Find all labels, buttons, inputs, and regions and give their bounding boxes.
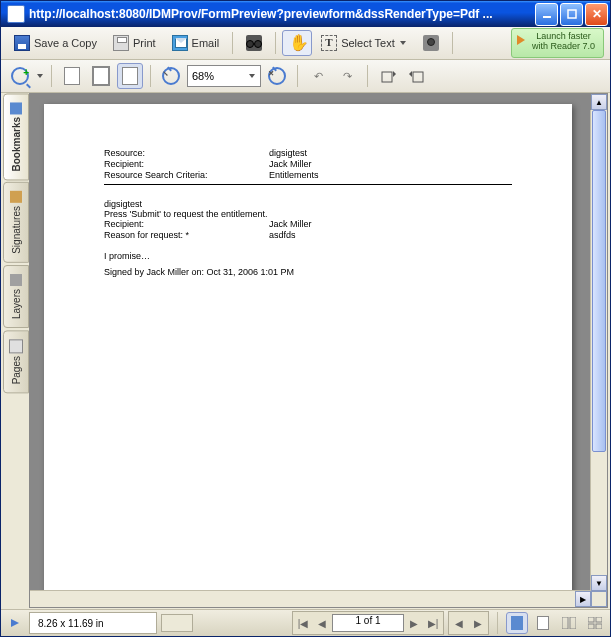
scroll-corner [591, 591, 607, 607]
first-page-button[interactable]: |◀ [294, 614, 312, 632]
pages-icon [9, 339, 23, 353]
page-input[interactable]: 1 of 1 [332, 614, 404, 632]
pdf-page: Resource:digsigtest Recipient:Jack Mille… [44, 104, 572, 608]
doc-title: digsigtest [104, 199, 512, 209]
history-navigator: ◀ ▶ [448, 611, 489, 635]
layers-icon [10, 274, 22, 286]
svg-rect-9 [596, 624, 602, 629]
scroll-right-button[interactable]: ▶ [575, 591, 591, 607]
document-viewport[interactable]: Resource:digsigtest Recipient:Jack Mille… [29, 93, 608, 608]
launch-line1: Launch faster [532, 31, 595, 41]
search-button[interactable] [239, 30, 269, 56]
zoom-toolbar: + 68% ↶ ↷ [1, 60, 610, 93]
select-text-icon [321, 35, 337, 51]
status-scroll-left[interactable] [161, 614, 193, 632]
single-page-view-button[interactable] [506, 612, 528, 634]
reason-value: asdfds [269, 230, 512, 240]
print-button[interactable]: Print [106, 30, 163, 56]
svg-rect-0 [543, 16, 551, 18]
floppy-icon [14, 35, 30, 51]
prev-page-button[interactable]: ◀ [313, 614, 331, 632]
chevron-down-icon [248, 74, 256, 78]
svg-rect-3 [413, 72, 423, 82]
last-page-button[interactable]: ▶| [424, 614, 442, 632]
snapshot-button[interactable] [416, 30, 446, 56]
rotate-ccw-icon [408, 67, 426, 85]
hand-tool-button[interactable]: ✋ [282, 30, 312, 56]
signature-icon [10, 191, 22, 203]
recipient-label: Recipient: [104, 159, 269, 169]
tab-signatures[interactable]: Signatures [3, 182, 29, 263]
maximize-button[interactable] [560, 3, 583, 26]
recipient2-label: Recipient: [104, 219, 269, 229]
select-text-button[interactable]: Select Text [314, 30, 414, 56]
app-icon [7, 5, 25, 23]
tab-bookmarks[interactable]: Bookmarks [3, 93, 29, 180]
save-label: Save a Copy [34, 37, 97, 49]
minimize-button[interactable] [535, 3, 558, 26]
zoom-out-icon [162, 67, 180, 85]
zoom-out-button[interactable] [158, 63, 184, 89]
scroll-thumb[interactable] [592, 110, 606, 452]
next-page-button[interactable]: ▶ [405, 614, 423, 632]
redo-icon: ↷ [343, 70, 352, 83]
mail-icon [172, 35, 188, 51]
divider [104, 184, 512, 185]
camera-icon [423, 35, 439, 51]
svg-rect-7 [596, 617, 602, 622]
svg-rect-6 [588, 617, 594, 622]
undo-icon: ↶ [314, 70, 323, 83]
status-bar: 8.26 x 11.69 in |◀ ◀ 1 of 1 ▶ ▶| ◀ ▶ [1, 609, 610, 636]
scroll-down-button[interactable]: ▼ [591, 575, 607, 591]
close-button[interactable]: ✕ [585, 3, 608, 26]
launch-line2: with Reader 7.0 [532, 41, 595, 51]
facing-icon [562, 617, 576, 629]
zoom-tool-button[interactable]: + [7, 63, 33, 89]
tab-bookmarks-label: Bookmarks [11, 117, 22, 171]
forward-button[interactable]: ▶ [469, 614, 487, 632]
chevron-down-icon[interactable] [36, 74, 44, 78]
doc-instruction: Press 'Submit' to request the entitlemen… [104, 209, 512, 219]
resource-label: Resource: [104, 148, 269, 158]
cont-facing-icon [588, 617, 602, 629]
reason-label: Reason for request: * [104, 230, 269, 240]
zoom-in-icon [268, 67, 286, 85]
hand-icon: ✋ [289, 35, 305, 51]
svg-rect-4 [562, 617, 568, 629]
zoom-in-button[interactable] [264, 63, 290, 89]
zoom-select[interactable]: 68% [187, 65, 261, 87]
undo-button[interactable]: ↶ [305, 63, 331, 89]
recipient2-value: Jack Miller [269, 219, 512, 229]
nav-pane-button[interactable] [5, 613, 25, 633]
launch-faster-button[interactable]: Launch faster with Reader 7.0 [511, 28, 604, 58]
scroll-up-button[interactable]: ▲ [591, 94, 607, 110]
select-text-label: Select Text [341, 37, 395, 49]
redo-button[interactable]: ↷ [334, 63, 360, 89]
page-width-icon [122, 67, 138, 85]
fit-page-button[interactable] [88, 63, 114, 89]
bookmark-icon [10, 102, 22, 114]
signed-text: Signed by Jack Miller on: Oct 31, 2006 1… [104, 267, 512, 277]
email-button[interactable]: Email [165, 30, 227, 56]
continuous-facing-button[interactable] [584, 612, 606, 634]
continuous-view-button[interactable] [532, 612, 554, 634]
tab-pages[interactable]: Pages [3, 330, 29, 393]
save-copy-button[interactable]: Save a Copy [7, 30, 104, 56]
rotate-cw-button[interactable] [375, 63, 401, 89]
zoom-value: 68% [192, 70, 214, 82]
tab-layers[interactable]: Layers [3, 265, 29, 328]
facing-view-button[interactable] [558, 612, 580, 634]
window-title: http://localhost:8080/IDMProv/FormPrevie… [29, 7, 535, 21]
search-criteria-label: Resource Search Criteria: [104, 170, 269, 180]
svg-rect-1 [568, 10, 576, 18]
horizontal-scrollbar[interactable] [30, 590, 591, 607]
fit-width-button[interactable] [117, 63, 143, 89]
single-page-button[interactable] [59, 63, 85, 89]
tab-layers-label: Layers [11, 289, 22, 319]
back-button[interactable]: ◀ [450, 614, 468, 632]
svg-rect-2 [382, 72, 392, 82]
vertical-scrollbar[interactable] [590, 110, 607, 591]
page-icon [64, 67, 80, 85]
rotate-ccw-button[interactable] [404, 63, 430, 89]
email-label: Email [192, 37, 220, 49]
